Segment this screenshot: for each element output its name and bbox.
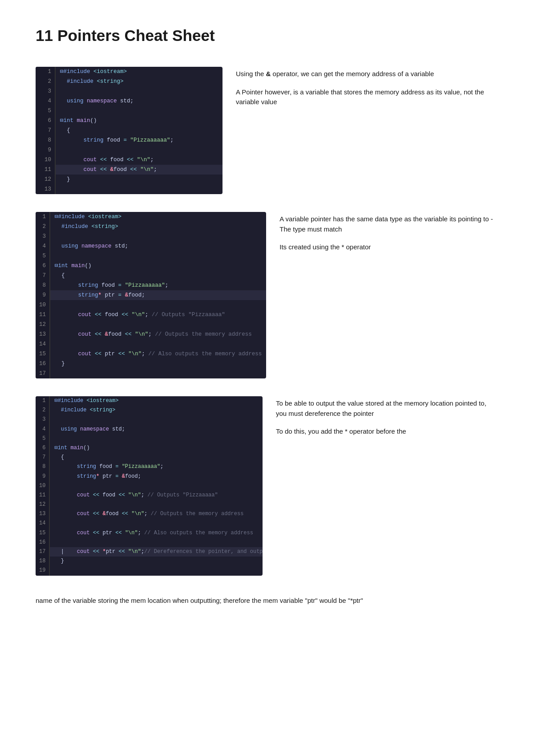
section-3-desc1: To be able to output the value stored at… xyxy=(276,398,498,419)
section-1-description: Using the & operator, we can get the mem… xyxy=(236,67,498,115)
code-block-3: 1⊟#include <iostream> 2 #include <string… xyxy=(36,396,263,576)
section-2-desc2: Its created using the * operator xyxy=(279,242,498,252)
section-3-bottom-text: name of the variable storing the mem loc… xyxy=(36,596,363,606)
code-block-2: 1⊟#include <iostream> 2 #include <string… xyxy=(36,212,266,378)
section-2-desc1: A variable pointer has the same data typ… xyxy=(279,214,498,234)
page-title: 11 Pointers Cheat Sheet xyxy=(36,27,498,45)
section-3-desc2: To do this, you add the * operator befor… xyxy=(276,427,498,437)
section-3-description: To be able to output the value stored at… xyxy=(276,396,498,445)
code-block-1: 1⊟#include <iostream> 2 #include <string… xyxy=(36,67,222,194)
section-1-desc1: Using the & operator, we can get the mem… xyxy=(236,69,498,79)
section-1-desc2: A Pointer however, is a variable that st… xyxy=(236,87,498,107)
section-2: 1⊟#include <iostream> 2 #include <string… xyxy=(36,212,498,378)
section-1: 1⊟#include <iostream> 2 #include <string… xyxy=(36,67,498,194)
section-2-description: A variable pointer has the same data typ… xyxy=(279,212,498,260)
section-3: 1⊟#include <iostream> 2 #include <string… xyxy=(36,396,498,606)
